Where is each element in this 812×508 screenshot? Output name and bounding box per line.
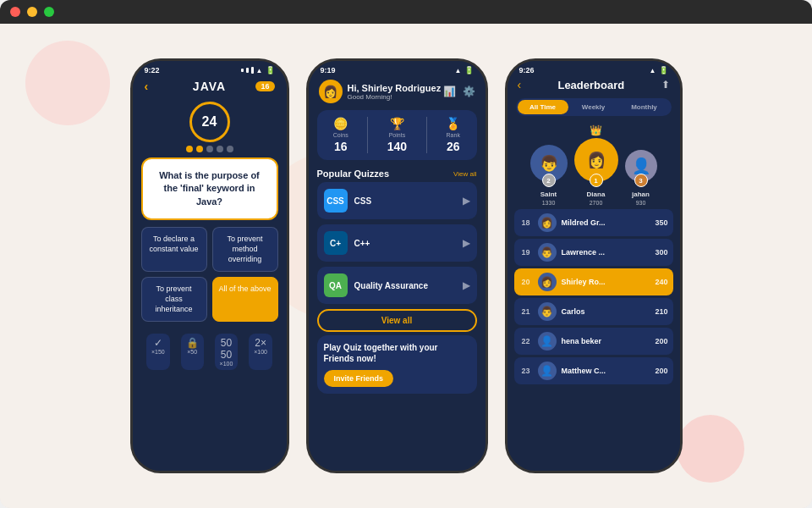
invite-text: Play Quiz together with your Friends now… <box>324 342 470 364</box>
powerup-2x-icon: 2× <box>254 337 267 349</box>
powerups-row: ✓ ×150 🔒 ×50 5050 ×100 2× ×100 <box>133 329 287 375</box>
podium-score-2: 1330 <box>542 200 556 206</box>
quiz-item-css[interactable]: CSS CSS ▶ <box>317 182 477 219</box>
phone3-screen: 9:26 ▲ 🔋 ‹ Leaderboard ⬆ All Time <box>508 61 680 471</box>
phone3-header: ‹ Leaderboard ⬆ <box>508 76 680 95</box>
lb-score-20: 240 <box>655 278 667 286</box>
rank-badge-1: 1 <box>590 174 603 187</box>
powerup-4[interactable]: 2× ×100 <box>249 334 272 370</box>
minimize-icon[interactable] <box>27 7 37 17</box>
lb-rank-18: 18 <box>519 218 533 227</box>
greeting-block: Hi, Shirley Rodriguez Good Morning! <box>343 83 443 101</box>
header-icon-row: 📊 ⚙️ <box>443 86 475 97</box>
progress-dots <box>133 146 287 152</box>
phone-leaderboard: 9:26 ▲ 🔋 ‹ Leaderboard ⬆ All Time <box>505 58 683 473</box>
answer-3[interactable]: To prevent class inheritance <box>141 277 207 322</box>
tab-monthly[interactable]: Monthly <box>619 100 670 114</box>
answer-grid: To declare a constant value To prevent m… <box>141 227 278 322</box>
quiz-item-qa[interactable]: QA Quality Assurance ▶ <box>317 267 477 304</box>
greeting-name: Hi, Shirley Rodriguez <box>348 83 443 93</box>
tab-weekly[interactable]: Weekly <box>568 100 619 114</box>
back-button[interactable]: ‹ <box>145 80 149 93</box>
settings-icon[interactable]: ⚙️ <box>463 86 475 97</box>
phone2-time: 9:19 <box>321 66 336 75</box>
rank-badge-3: 3 <box>634 174 648 187</box>
lb-name-23: Matthew C... <box>562 367 650 375</box>
tab-all-time[interactable]: All Time <box>518 100 568 114</box>
signal-bar-1 <box>241 69 244 72</box>
quiz-item-cpp[interactable]: C+ C++ ▶ <box>317 224 477 262</box>
lb-rank-23: 23 <box>519 367 533 375</box>
battery-icon: 🔋 <box>266 66 275 75</box>
coins-value: 16 <box>334 140 348 153</box>
lb-rank-19: 19 <box>519 248 533 257</box>
podium-avatar-2: 👦 2 <box>530 145 568 182</box>
lb-row-19: 19 👨 Lawrence ... 300 <box>514 239 673 266</box>
phone2-screen: 9:19 ▲ 🔋 👩 Hi, Shirley Rodriguez Good Mo… <box>309 61 486 471</box>
phone1-status-bar: 9:22 ▲ 🔋 <box>133 61 287 76</box>
powerup-1[interactable]: ✓ ×150 <box>146 334 170 370</box>
lb-row-22: 22 👤 hena beker 200 <box>514 328 673 355</box>
lb-row-18: 18 👩 Mildred Gr... 350 <box>514 209 673 236</box>
rank-icon: 🏅 <box>446 117 460 130</box>
stats-icon[interactable]: 📊 <box>443 86 456 97</box>
window: 9:22 ▲ 🔋 ‹ JAVA 16 24 <box>0 0 812 508</box>
phone2-status-bar: 9:19 ▲ 🔋 <box>309 61 486 76</box>
phone2-header: 👩 Hi, Shirley Rodriguez Good Morning! 📊 … <box>309 76 486 107</box>
invite-friends-button[interactable]: Invite Friends <box>324 370 394 387</box>
lb-row-21: 21 👨 Carlos 210 <box>514 298 673 325</box>
popular-quizzes-label: Popular Quizzes <box>317 168 390 179</box>
progress-dot-3 <box>206 146 213 152</box>
points-label: Points <box>389 132 405 138</box>
phone1-header: ‹ JAVA 16 <box>133 76 287 97</box>
crown-icon: 👑 <box>590 124 602 136</box>
timer-value: 24 <box>202 114 217 130</box>
invite-section: Play Quiz together with your Friends now… <box>317 335 477 394</box>
quiz-title: JAVA <box>193 80 226 93</box>
answer-4[interactable]: All of the above <box>212 277 278 322</box>
answer-1[interactable]: To declare a constant value <box>141 227 207 272</box>
share-icon[interactable]: ⬆ <box>661 79 670 91</box>
podium-avatar-3: 👤 3 <box>625 150 657 182</box>
quizzes-section-header: Popular Quizzes View all <box>309 163 486 182</box>
answer-2[interactable]: To prevent method overriding <box>212 227 278 272</box>
view-all-link[interactable]: View all <box>453 170 476 178</box>
title-bar <box>0 0 812 24</box>
phone-java-quiz: 9:22 ▲ 🔋 ‹ JAVA 16 24 <box>130 58 289 473</box>
powerup-check-icon: ✓ <box>151 337 165 349</box>
stat-rank: 🏅 Rank 26 <box>446 117 460 153</box>
leaderboard-title: Leaderboard <box>521 79 661 91</box>
question-card: What is the purpose of the 'final' keywo… <box>141 157 278 220</box>
cpp-icon: C+ <box>324 231 348 255</box>
battery-icon-2: 🔋 <box>464 66 474 75</box>
lb-score-23: 200 <box>655 367 667 375</box>
qa-quiz-name: Quality Assurance <box>354 281 456 290</box>
lb-rank-20: 20 <box>519 278 533 286</box>
powerup-2[interactable]: 🔒 ×50 <box>181 334 204 370</box>
view-all-button[interactable]: View all <box>317 309 477 332</box>
close-icon[interactable] <box>10 7 20 17</box>
lb-avatar-23: 👤 <box>538 362 557 380</box>
css-icon: CSS <box>324 189 348 213</box>
lb-rank-21: 21 <box>519 307 533 316</box>
phone2-status-icons: ▲ 🔋 <box>455 66 474 75</box>
powerup-4-value: ×100 <box>254 349 267 355</box>
good-morning: Good Morning! <box>348 93 443 101</box>
lb-name-19: Lawrence ... <box>562 248 650 257</box>
css-quiz-name: CSS <box>354 196 456 206</box>
maximize-icon[interactable] <box>44 7 54 17</box>
cpp-quiz-name: C++ <box>354 239 456 248</box>
lb-row-23: 23 👤 Matthew C... 200 <box>514 357 673 384</box>
phone3-status-icons: ▲ 🔋 <box>650 66 668 75</box>
leaderboard-tabs: All Time Weekly Monthly <box>516 98 672 116</box>
stats-card: 🪙 Coins 16 🏆 Points 140 🏅 Rank 26 <box>317 110 477 160</box>
lb-avatar-19: 👨 <box>538 243 557 262</box>
lb-name-18: Mildred Gr... <box>562 218 650 227</box>
phone1-time: 9:22 <box>145 66 160 75</box>
stat-divider-2 <box>426 117 427 153</box>
powerup-2-value: ×50 <box>186 349 199 355</box>
coins-label: Coins <box>333 132 348 138</box>
podium: 👦 2 Saint 1330 👑 👩 1 Diana <box>508 119 680 209</box>
points-value: 140 <box>387 140 407 153</box>
powerup-3[interactable]: 5050 ×100 <box>215 334 239 370</box>
